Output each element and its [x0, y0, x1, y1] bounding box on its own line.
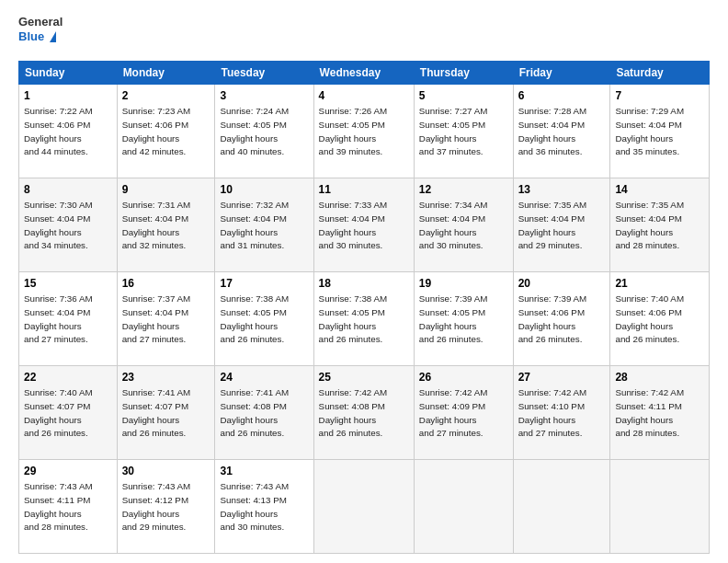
- day-number: 24: [220, 370, 308, 385]
- day-number: 8: [24, 182, 112, 197]
- day-number: 19: [419, 276, 508, 291]
- day-number: 17: [220, 276, 308, 291]
- calendar-cell: 13 Sunrise: 7:35 AMSunset: 4:04 PMDaylig…: [513, 178, 610, 272]
- day-info: Sunrise: 7:42 AMSunset: 4:10 PMDaylight …: [518, 387, 587, 438]
- day-number: 30: [122, 464, 210, 478]
- day-number: 4: [319, 88, 409, 103]
- day-info: Sunrise: 7:42 AMSunset: 4:08 PMDaylight …: [319, 387, 388, 438]
- day-info: Sunrise: 7:30 AMSunset: 4:04 PMDaylight …: [24, 200, 93, 250]
- calendar-cell: 16 Sunrise: 7:37 AMSunset: 4:04 PMDaylig…: [117, 272, 215, 366]
- calendar-cell: 29 Sunrise: 7:43 AMSunset: 4:11 PMDaylig…: [19, 460, 118, 554]
- calendar-cell: 8 Sunrise: 7:30 AMSunset: 4:04 PMDayligh…: [19, 178, 118, 272]
- calendar-cell: 26 Sunrise: 7:42 AMSunset: 4:09 PMDaylig…: [414, 366, 513, 460]
- day-info: Sunrise: 7:31 AMSunset: 4:04 PMDaylight …: [122, 200, 191, 250]
- calendar-cell: 12 Sunrise: 7:34 AMSunset: 4:04 PMDaylig…: [414, 178, 513, 272]
- calendar-cell: 30 Sunrise: 7:43 AMSunset: 4:12 PMDaylig…: [117, 460, 215, 554]
- logo-blue: Blue: [18, 29, 44, 43]
- day-info: Sunrise: 7:42 AMSunset: 4:09 PMDaylight …: [419, 387, 488, 438]
- calendar-cell: 19 Sunrise: 7:39 AMSunset: 4:05 PMDaylig…: [414, 272, 513, 366]
- calendar-cell: 27 Sunrise: 7:42 AMSunset: 4:10 PMDaylig…: [513, 366, 610, 460]
- day-number: 14: [615, 182, 704, 197]
- calendar-cell: 10 Sunrise: 7:32 AMSunset: 4:04 PMDaylig…: [215, 178, 313, 272]
- calendar-cell: 15 Sunrise: 7:36 AMSunset: 4:04 PMDaylig…: [19, 272, 118, 366]
- calendar-body: 1 Sunrise: 7:22 AMSunset: 4:06 PMDayligh…: [19, 85, 710, 554]
- day-number: 5: [419, 88, 508, 103]
- day-info: Sunrise: 7:26 AMSunset: 4:05 PMDaylight …: [319, 106, 388, 156]
- calendar-cell: 6 Sunrise: 7:28 AMSunset: 4:04 PMDayligh…: [513, 85, 610, 178]
- calendar-cell: 20 Sunrise: 7:39 AMSunset: 4:06 PMDaylig…: [513, 272, 610, 366]
- day-info: Sunrise: 7:41 AMSunset: 4:08 PMDaylight …: [220, 387, 289, 438]
- calendar-cell: 21 Sunrise: 7:40 AMSunset: 4:06 PMDaylig…: [610, 272, 710, 366]
- col-header-friday: Friday: [513, 62, 610, 85]
- day-info: Sunrise: 7:40 AMSunset: 4:07 PMDaylight …: [24, 387, 93, 438]
- day-number: 31: [220, 464, 308, 478]
- day-info: Sunrise: 7:22 AMSunset: 4:06 PMDaylight …: [24, 106, 93, 156]
- day-info: Sunrise: 7:35 AMSunset: 4:04 PMDaylight …: [518, 200, 587, 250]
- day-info: Sunrise: 7:33 AMSunset: 4:04 PMDaylight …: [319, 200, 388, 250]
- day-info: Sunrise: 7:39 AMSunset: 4:06 PMDaylight …: [518, 293, 587, 344]
- calendar-cell: 14 Sunrise: 7:35 AMSunset: 4:04 PMDaylig…: [610, 178, 710, 272]
- week-row-5: 29 Sunrise: 7:43 AMSunset: 4:11 PMDaylig…: [19, 460, 710, 554]
- calendar-cell: 11 Sunrise: 7:33 AMSunset: 4:04 PMDaylig…: [313, 178, 414, 272]
- day-number: 20: [518, 276, 606, 291]
- day-number: 16: [122, 276, 210, 291]
- day-info: Sunrise: 7:32 AMSunset: 4:04 PMDaylight …: [220, 200, 289, 250]
- day-number: 3: [220, 88, 308, 103]
- calendar-cell: [610, 460, 710, 554]
- day-number: 7: [615, 88, 704, 103]
- calendar-cell: 23 Sunrise: 7:41 AMSunset: 4:07 PMDaylig…: [117, 366, 215, 460]
- col-header-thursday: Thursday: [414, 62, 513, 85]
- day-info: Sunrise: 7:24 AMSunset: 4:05 PMDaylight …: [220, 106, 289, 156]
- week-row-1: 1 Sunrise: 7:22 AMSunset: 4:06 PMDayligh…: [19, 85, 710, 178]
- day-number: 10: [220, 182, 308, 197]
- day-info: Sunrise: 7:41 AMSunset: 4:07 PMDaylight …: [122, 387, 191, 438]
- day-number: 27: [518, 370, 606, 385]
- day-info: Sunrise: 7:43 AMSunset: 4:13 PMDaylight …: [220, 481, 289, 532]
- logo-container: General Blue: [18, 15, 57, 53]
- calendar-cell: 31 Sunrise: 7:43 AMSunset: 4:13 PMDaylig…: [215, 460, 313, 554]
- page: General Blue SundayMondayTuesdayWednesda…: [0, 0, 728, 563]
- calendar-cell: [313, 460, 414, 554]
- day-info: Sunrise: 7:36 AMSunset: 4:04 PMDaylight …: [24, 293, 93, 344]
- day-number: 23: [122, 370, 210, 385]
- calendar-cell: 25 Sunrise: 7:42 AMSunset: 4:08 PMDaylig…: [313, 366, 414, 460]
- header: General Blue: [18, 15, 710, 53]
- day-number: 9: [122, 182, 210, 197]
- week-row-3: 15 Sunrise: 7:36 AMSunset: 4:04 PMDaylig…: [19, 272, 710, 366]
- day-info: Sunrise: 7:39 AMSunset: 4:05 PMDaylight …: [419, 293, 488, 344]
- calendar-cell: 1 Sunrise: 7:22 AMSunset: 4:06 PMDayligh…: [19, 85, 118, 178]
- day-number: 11: [319, 182, 409, 197]
- day-info: Sunrise: 7:43 AMSunset: 4:11 PMDaylight …: [24, 481, 93, 532]
- col-header-saturday: Saturday: [610, 62, 710, 85]
- day-info: Sunrise: 7:40 AMSunset: 4:06 PMDaylight …: [615, 293, 684, 344]
- col-header-wednesday: Wednesday: [313, 62, 414, 85]
- logo: General Blue: [18, 15, 57, 53]
- calendar-cell: 22 Sunrise: 7:40 AMSunset: 4:07 PMDaylig…: [19, 366, 118, 460]
- day-number: 21: [615, 276, 704, 291]
- day-number: 26: [419, 370, 508, 385]
- logo-arrow: [50, 31, 56, 42]
- calendar-cell: [513, 460, 610, 554]
- day-number: 6: [518, 88, 606, 103]
- day-info: Sunrise: 7:37 AMSunset: 4:04 PMDaylight …: [122, 293, 191, 344]
- col-header-monday: Monday: [117, 62, 215, 85]
- day-info: Sunrise: 7:43 AMSunset: 4:12 PMDaylight …: [122, 481, 191, 532]
- week-row-2: 8 Sunrise: 7:30 AMSunset: 4:04 PMDayligh…: [19, 178, 710, 272]
- day-info: Sunrise: 7:23 AMSunset: 4:06 PMDaylight …: [122, 106, 191, 156]
- calendar-cell: 4 Sunrise: 7:26 AMSunset: 4:05 PMDayligh…: [313, 85, 414, 178]
- calendar-cell: 3 Sunrise: 7:24 AMSunset: 4:05 PMDayligh…: [215, 85, 313, 178]
- day-number: 1: [24, 88, 112, 103]
- day-number: 15: [24, 276, 112, 291]
- day-number: 2: [122, 88, 210, 103]
- day-info: Sunrise: 7:38 AMSunset: 4:05 PMDaylight …: [220, 293, 289, 344]
- col-header-sunday: Sunday: [19, 62, 118, 85]
- calendar-cell: 9 Sunrise: 7:31 AMSunset: 4:04 PMDayligh…: [117, 178, 215, 272]
- day-info: Sunrise: 7:29 AMSunset: 4:04 PMDaylight …: [615, 106, 684, 156]
- day-info: Sunrise: 7:28 AMSunset: 4:04 PMDaylight …: [518, 106, 587, 156]
- day-number: 18: [319, 276, 409, 291]
- col-header-tuesday: Tuesday: [215, 62, 313, 85]
- calendar-cell: 2 Sunrise: 7:23 AMSunset: 4:06 PMDayligh…: [117, 85, 215, 178]
- calendar-cell: 28 Sunrise: 7:42 AMSunset: 4:11 PMDaylig…: [610, 366, 710, 460]
- day-info: Sunrise: 7:38 AMSunset: 4:05 PMDaylight …: [319, 293, 388, 344]
- day-number: 22: [24, 370, 112, 385]
